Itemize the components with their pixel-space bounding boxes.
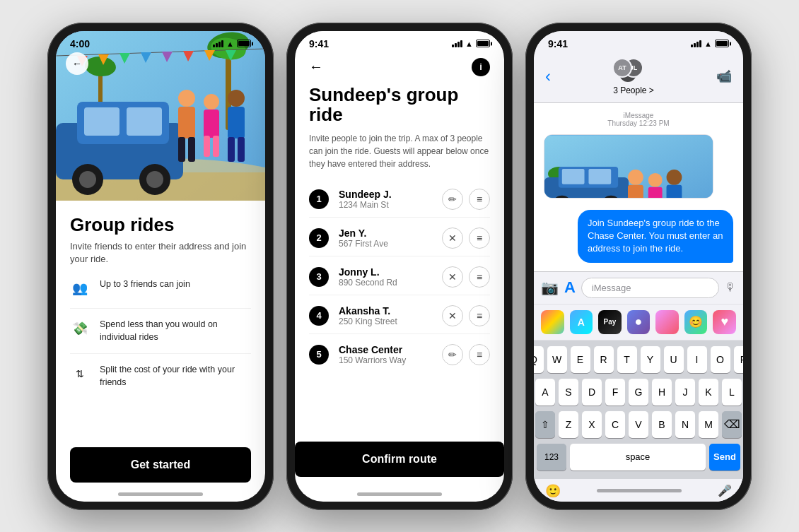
- phone3-status-icons: ▲: [691, 40, 729, 48]
- photos-app-icon[interactable]: [541, 310, 564, 334]
- svg-rect-17: [178, 107, 195, 138]
- rider-remove-button-2[interactable]: ✕: [442, 227, 463, 249]
- phone2-back-button[interactable]: ←: [309, 59, 323, 75]
- phone2-title: Sundeep's group ride: [309, 85, 490, 125]
- phone1-back-button[interactable]: ←: [66, 52, 88, 75]
- key-a[interactable]: A: [535, 379, 555, 406]
- key-j[interactable]: J: [675, 379, 695, 406]
- keyboard-row-3: ⇧ Z X C V B N M ⌫: [537, 411, 740, 438]
- avatar-group: AT JL J: [612, 58, 655, 83]
- battery-icon: [237, 40, 251, 47]
- microphone-icon[interactable]: 🎤: [718, 484, 732, 497]
- rider-edit-button-5[interactable]: ✏: [442, 344, 463, 365]
- contact-name[interactable]: 3 People >: [613, 85, 654, 95]
- key-i[interactable]: I: [687, 346, 707, 373]
- phone3-status-bar: 9:41 ▲: [534, 31, 743, 52]
- key-o[interactable]: O: [711, 346, 730, 373]
- memoji-icon[interactable]: 😊: [684, 310, 708, 334]
- phone1-content: Group rides Invite friends to enter thei…: [56, 201, 265, 447]
- key-l[interactable]: L: [722, 379, 742, 406]
- link-preview-card[interactable]: Group rides uber.com: [544, 134, 713, 199]
- battery-icon-2: [476, 40, 490, 47]
- key-c[interactable]: C: [605, 411, 625, 438]
- key-s[interactable]: S: [559, 379, 578, 406]
- key-u[interactable]: U: [664, 346, 684, 373]
- home-indicator-2: [357, 492, 442, 496]
- key-m[interactable]: M: [699, 411, 718, 438]
- key-v[interactable]: V: [629, 411, 648, 438]
- svg-rect-10: [84, 107, 119, 136]
- camera-icon[interactable]: 📷: [541, 279, 559, 296]
- key-x[interactable]: X: [582, 411, 602, 438]
- key-f[interactable]: F: [605, 379, 625, 406]
- key-delete[interactable]: ⌫: [722, 411, 742, 438]
- back-arrow-icon: ←: [72, 58, 82, 69]
- signal-bar-2-2: [455, 43, 457, 47]
- key-d[interactable]: D: [582, 379, 602, 406]
- get-started-button[interactable]: Get started: [70, 447, 251, 483]
- avatar-1: AT: [612, 58, 632, 78]
- signal-bar-2: [216, 43, 218, 47]
- key-t[interactable]: T: [617, 346, 637, 373]
- dot-icon[interactable]: [655, 310, 679, 334]
- key-send[interactable]: Send: [709, 444, 740, 471]
- video-call-icon[interactable]: 📹: [716, 69, 732, 84]
- confirm-route-button[interactable]: Confirm route: [295, 442, 504, 477]
- rider-reorder-button-1[interactable]: ≡: [469, 189, 490, 210]
- key-h[interactable]: H: [652, 379, 672, 406]
- key-b[interactable]: B: [652, 411, 672, 438]
- rider-item-3: 3 Jonny L. 890 Second Rd ✕ ≡: [309, 259, 490, 295]
- key-e[interactable]: E: [571, 346, 590, 373]
- rider-remove-button-3[interactable]: ✕: [442, 266, 463, 288]
- phone1-time: 4:00: [70, 38, 90, 49]
- rider-reorder-button-4[interactable]: ≡: [469, 305, 490, 326]
- split-icon: ⇅: [70, 364, 90, 384]
- appstore-app-icon[interactable]: A: [570, 310, 593, 334]
- phone1-title: Group rides: [70, 215, 251, 235]
- key-y[interactable]: Y: [641, 346, 660, 373]
- phone-group-rides: 4:00 ▲: [47, 23, 274, 510]
- voice-icon[interactable]: 🎙: [725, 281, 736, 294]
- key-k[interactable]: K: [699, 379, 718, 406]
- wifi-icon: ▲: [226, 40, 234, 48]
- applepay-icon[interactable]: Pay: [598, 310, 622, 334]
- info-button[interactable]: i: [472, 58, 490, 76]
- rider-reorder-button-2[interactable]: ≡: [469, 227, 490, 249]
- key-space[interactable]: space: [570, 444, 706, 471]
- signal-bar-4: [221, 40, 223, 47]
- phone2-screen: 9:41 ▲ ← i: [295, 31, 504, 502]
- key-shift[interactable]: ⇧: [535, 411, 555, 438]
- key-q[interactable]: Q: [534, 346, 544, 373]
- key-z[interactable]: Z: [559, 411, 578, 438]
- key-n[interactable]: N: [675, 411, 695, 438]
- rider-reorder-button-3[interactable]: ≡: [469, 266, 490, 288]
- rider-info-3: Jonny L. 890 Second Rd: [339, 266, 432, 288]
- rider-edit-button-1[interactable]: ✏: [442, 189, 463, 210]
- appstore-icon[interactable]: A: [564, 278, 576, 297]
- battery-icon-3: [715, 40, 729, 47]
- rider-address-1: 1234 Main St: [339, 200, 432, 210]
- rider-reorder-button-5[interactable]: ≡: [469, 344, 490, 365]
- rider-address-2: 567 First Ave: [339, 239, 432, 249]
- emoji-icon[interactable]: 🙂: [545, 483, 561, 499]
- key-123[interactable]: 123: [537, 444, 566, 471]
- phone2-status-icons: ▲: [452, 40, 490, 48]
- signal-bar-3-4: [699, 40, 701, 47]
- phone1-subtitle: Invite friends to enter their address an…: [70, 240, 251, 266]
- rider-address-4: 250 King Street: [339, 317, 432, 326]
- svg-point-16: [178, 90, 195, 107]
- imessage-back-button[interactable]: ‹: [545, 66, 551, 86]
- key-r[interactable]: R: [594, 346, 614, 373]
- svg-rect-23: [213, 136, 219, 157]
- heart-icon[interactable]: ♥: [713, 310, 736, 334]
- battery-fill: [238, 41, 250, 46]
- key-g[interactable]: G: [629, 379, 648, 406]
- key-p[interactable]: P: [734, 346, 744, 373]
- game-icon[interactable]: ●: [627, 310, 651, 334]
- phone3-time: 9:41: [548, 38, 568, 49]
- rider-remove-button-4[interactable]: ✕: [442, 305, 463, 326]
- message-input[interactable]: iMessage: [581, 278, 719, 298]
- friends-icon: 👥: [70, 278, 90, 298]
- key-w[interactable]: W: [547, 346, 567, 373]
- svg-point-24: [228, 90, 245, 107]
